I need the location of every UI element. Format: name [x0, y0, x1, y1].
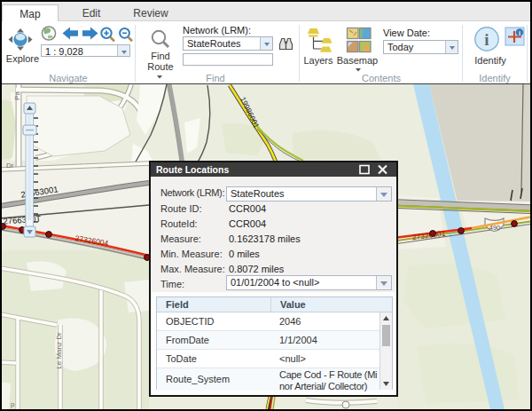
svg-text:i: i — [484, 30, 489, 49]
svg-text:490: 490 — [489, 224, 501, 232]
svg-text:Dr: Dr — [6, 162, 14, 170]
svg-text:Le Manz Dr: Le Manz Dr — [55, 332, 63, 369]
svg-text:Pa: Pa — [13, 91, 21, 100]
svg-text:i: i — [519, 30, 520, 36]
svg-text:p: p — [11, 400, 15, 408]
